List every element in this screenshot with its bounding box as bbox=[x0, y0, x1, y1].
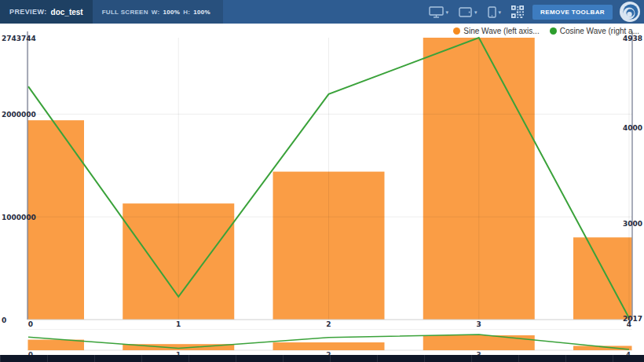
chart-legend: Sine Wave (left axis... Cosine Wave (rig… bbox=[453, 27, 639, 35]
left-axis-label: 1000000 bbox=[2, 214, 36, 221]
preview-label: PREVIEW: bbox=[9, 8, 47, 16]
chevron-down-icon: ▾ bbox=[474, 9, 478, 15]
right-axis-label: 2017 bbox=[623, 315, 642, 323]
mobile-preview-button[interactable]: ▾ bbox=[486, 5, 503, 20]
legend-label-cosine: Cosine Wave (right a... bbox=[560, 27, 639, 35]
chart-area: 0100000020000002743744201730004000493801… bbox=[0, 24, 644, 362]
combo-chart: 0100000020000002743744201730004000493801… bbox=[0, 24, 644, 362]
chevron-down-icon: ▾ bbox=[446, 9, 449, 15]
fullscreen-section: FULL SCREEN W: 100% H: 100% bbox=[93, 0, 223, 24]
desktop-icon bbox=[429, 6, 444, 18]
toolbar-actions: ▾ ▾ ▾ bbox=[427, 0, 644, 24]
qr-code-button[interactable] bbox=[510, 4, 525, 20]
qr-code-icon bbox=[511, 5, 524, 18]
left-axis-label: 0 bbox=[2, 316, 6, 324]
height-value: 100% bbox=[193, 9, 210, 16]
desktop-preview-button[interactable]: ▾ bbox=[427, 5, 451, 20]
tablet-icon bbox=[459, 7, 472, 17]
wave-logo[interactable] bbox=[620, 2, 640, 22]
left-axis-label: 2000000 bbox=[2, 111, 36, 119]
tablet-preview-button[interactable]: ▾ bbox=[457, 5, 479, 19]
legend-marker-sine bbox=[453, 27, 460, 35]
preview-toolbar: PREVIEW: doc_test FULL SCREEN W: 100% H:… bbox=[0, 0, 644, 24]
preview-screen: PREVIEW: doc_test FULL SCREEN W: 100% H:… bbox=[0, 0, 644, 362]
legend-item-sine-wave[interactable]: Sine Wave (left axis... bbox=[453, 27, 539, 35]
bar-series-sine-wave bbox=[0, 38, 644, 320]
preview-doc-section: PREVIEW: doc_test bbox=[0, 0, 93, 24]
legend-label-sine: Sine Wave (left axis... bbox=[463, 27, 539, 35]
navigator-range[interactable] bbox=[28, 327, 632, 351]
chevron-down-icon: ▾ bbox=[499, 9, 502, 15]
width-label: W: bbox=[152, 9, 160, 16]
left-axis-label: 2743744 bbox=[2, 35, 36, 42]
right-axis-label: 4000 bbox=[623, 124, 642, 132]
bottom-bar bbox=[0, 355, 644, 362]
wave-logo-icon bbox=[620, 2, 640, 22]
right-axis-label: 4938 bbox=[623, 35, 642, 42]
remove-toolbar-button[interactable]: REMOVE TOOLBAR bbox=[532, 5, 613, 20]
width-value: 100% bbox=[163, 9, 181, 16]
mobile-icon bbox=[488, 6, 496, 18]
legend-marker-cosine bbox=[550, 27, 557, 35]
right-axis-label: 3000 bbox=[623, 220, 642, 228]
doc-name: doc_test bbox=[51, 8, 83, 16]
height-label: H: bbox=[183, 9, 190, 16]
legend-item-cosine-wave[interactable]: Cosine Wave (right a... bbox=[550, 27, 639, 35]
fullscreen-label: FULL SCREEN bbox=[102, 9, 148, 16]
